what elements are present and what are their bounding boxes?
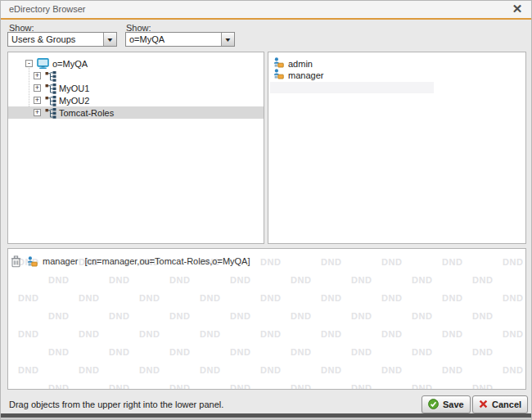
dnd-watermark-text: DND [381,365,402,375]
context-dropdown-button[interactable]: ▼ [221,33,234,46]
dnd-watermark-text: DND [351,311,372,321]
dnd-watermark-text: DND [79,329,99,339]
dnd-watermark-text: DND [412,311,432,321]
dnd-watermark-text: DND [503,293,523,303]
cancel-button[interactable]: Cancel [472,395,528,413]
context-dropdown[interactable]: o=MyQA ▼ [125,32,235,47]
dnd-watermark-text: DND [381,293,402,303]
tree-node-label: o=MyQA [52,59,88,69]
chevron-down-icon: ▼ [106,37,115,43]
drag-hint-text: Drag objects from the upper right into t… [9,400,223,409]
cancel-x-icon [479,400,488,410]
drop-zone-panel[interactable]: manager [cn=manager,ou=Tomcat-Roles,o=My… [7,248,526,390]
dnd-watermark-text: DND [442,293,462,303]
dnd-watermark-text: DND [412,347,432,357]
dnd-watermark-text: DND [381,257,402,267]
dnd-watermark-text: DND [169,275,190,285]
expand-expander-icon[interactable]: + [34,109,41,116]
expand-expander-icon[interactable]: + [34,97,41,104]
object-type-dropdown-value: Users & Groups [11,34,75,44]
dnd-watermark-text: DND [503,365,523,375]
dnd-watermark-text: DND [472,275,493,285]
object-type-dropdown[interactable]: Users & Groups ▼ [7,32,117,47]
dnd-watermark-text: DND [18,365,38,375]
dnd-watermark-text: DND [321,329,341,339]
tree-node-myou2[interactable]: + MyOU2 [8,94,264,106]
dnd-watermark-text: DND [48,347,69,357]
dnd-watermark-text: DND [230,383,250,390]
selected-entry-label: manager [43,256,78,266]
directory-tree-panel: - o=MyQA + + MyO [7,52,264,244]
expand-expander-icon[interactable]: + [34,84,41,92]
save-button[interactable]: Save [422,395,471,413]
dnd-watermark-text: DND [169,383,190,390]
dnd-watermark-text: DND [169,347,190,357]
dnd-watermark-text: DND [200,293,220,303]
dnd-watermark-text: DND [48,275,69,285]
save-button-label: Save [443,400,464,409]
dnd-watermark-text: DND [200,365,220,375]
accent-divider [1,18,531,20]
dnd-watermark-text: DND [79,365,99,375]
dnd-watermark-text: DND [48,311,69,321]
dnd-watermark-text: DND [291,275,311,285]
tree-node-myou1[interactable]: + MyOU1 [8,82,264,94]
tree-node-root[interactable]: - o=MyQA [8,57,264,70]
dnd-watermark-text: DND [260,257,281,267]
close-icon[interactable]: ✕ [510,2,525,16]
dnd-watermark-text: DND [109,311,129,321]
selected-entry-row[interactable]: manager [cn=manager,ou=Tomcat-Roles,o=My… [11,255,250,268]
dnd-watermark-text: DND [412,383,432,390]
collapse-expander-icon[interactable]: - [25,60,33,67]
dnd-watermark-text: DND [109,275,129,285]
dnd-watermark-text: DND [442,329,462,339]
dnd-watermark-text: DND [291,311,311,321]
tree-node-label: MyOU2 [59,96,89,106]
dnd-watermark-text: DND [169,311,190,321]
dnd-watermark-text: DND [260,293,281,303]
dnd-watermark-text: DND [321,293,341,303]
expand-expander-icon[interactable]: + [34,72,41,79]
dnd-watermark-text: DND [139,293,160,303]
dnd-watermark-text: DND [472,311,493,321]
object-type-dropdown-button[interactable]: ▼ [103,33,116,46]
dnd-watermark-text: DND [230,275,250,285]
tree-node-unnamed[interactable]: + [8,70,264,82]
save-check-icon [428,399,439,411]
title-bar: eDirectory Browser ✕ [1,1,531,18]
object-item-manager[interactable]: manager [273,70,323,81]
dnd-watermark-text: DND [139,329,160,339]
dnd-watermark-text: DND [200,329,220,339]
dnd-watermark-text: DND [442,257,462,267]
dialog-title: eDirectory Browser [9,4,86,14]
dnd-watermark-text: DND [230,311,250,321]
cancel-button-label: Cancel [492,400,521,409]
dnd-watermark-text: DND [412,275,432,285]
empty-row-highlight [270,82,434,93]
dnd-watermark-text: DND [230,347,250,357]
dnd-watermark-text: DND [442,365,462,375]
dnd-watermark-text: DND [109,383,129,390]
dnd-watermark-text: DND [18,329,38,339]
trash-icon[interactable] [11,255,21,268]
dnd-watermark-text: DND [139,365,160,375]
dnd-watermark-text: DND [381,329,402,339]
dnd-watermark-text: DND [472,383,493,390]
tree-node-label: MyOU1 [59,84,89,93]
dnd-watermark-text: DND [321,365,341,375]
dnd-watermark-text: DND [291,383,311,390]
dnd-watermark-text: DND [351,275,372,285]
dnd-watermark-text: DND [503,257,523,267]
dnd-watermark-text: DND [18,293,38,303]
dnd-watermark-text: DND [79,293,99,303]
tree-node-label: Tomcat-Roles [59,108,114,118]
dnd-watermark-text: DND [351,383,372,390]
context-dropdown-value: o=MyQA [129,34,165,44]
dnd-watermark-text: DND [260,365,281,375]
tree-node-tomcat-roles[interactable]: + Tomcat-Roles [8,106,264,119]
dnd-watermark-text: DND [321,257,341,267]
role-icon [27,256,38,267]
object-label: manager [288,70,323,80]
objects-list-panel: admin manager [268,52,526,244]
dnd-watermark-text: DND [260,329,281,339]
